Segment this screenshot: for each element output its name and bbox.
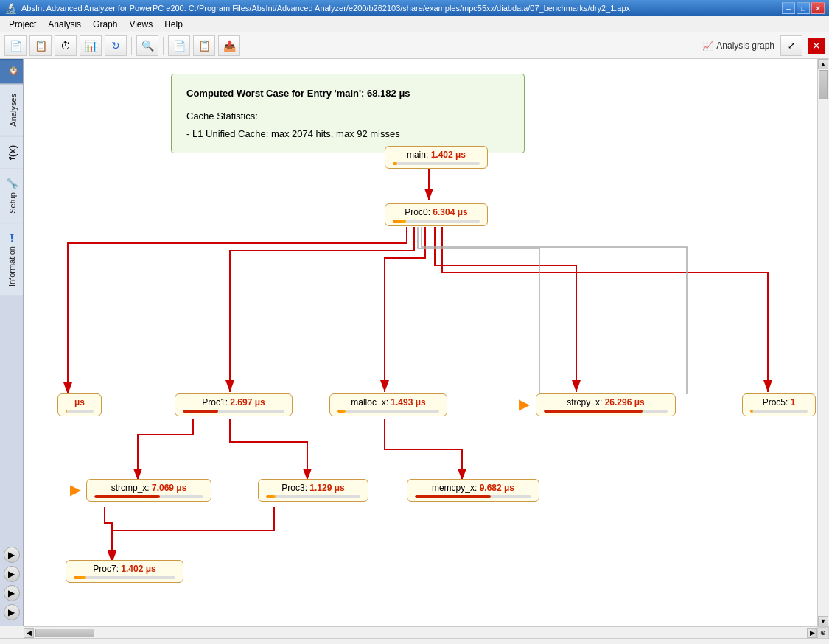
node-main-progress <box>393 162 480 165</box>
info-icon: ℹ <box>6 232 18 244</box>
menu-analysis[interactable]: Analysis <box>42 18 87 31</box>
close-button[interactable]: ✕ <box>811 2 825 14</box>
node-proc5[interactable]: Proc5: 1 <box>742 393 816 416</box>
node-malloc-fill <box>337 410 346 413</box>
node-malloc-progress <box>337 410 439 413</box>
node-memcpy-label: memcpy_x: <box>432 483 480 493</box>
node-proc1-label: Proc1: <box>202 397 230 407</box>
node-proc1[interactable]: Proc1: 2.697 μs <box>175 393 293 416</box>
h-scroll-thumb[interactable] <box>35 629 94 637</box>
main-layout: 🏠 Analyses f(x) Setup 🔧 Information ℹ ▶ … <box>0 59 829 626</box>
play-btn-4[interactable]: ▶ <box>4 604 20 620</box>
info-box: Computed Worst Case for Entry 'main': 68… <box>171 74 525 153</box>
sidebar-information[interactable]: Information ℹ <box>0 223 23 295</box>
title-bar-controls[interactable]: – □ ✕ <box>782 2 825 14</box>
node-main-label: main: <box>407 150 431 160</box>
node-memcpy-x[interactable]: memcpy_x: 9.682 μs <box>407 479 539 502</box>
node-proc3-fill <box>266 495 276 498</box>
node-malloc-label: malloc_x: <box>351 397 391 407</box>
node-leftmost-fill <box>66 410 67 413</box>
toolbar-refresh-btn[interactable]: ↻ <box>105 35 127 56</box>
node-strcpy-fill <box>544 410 643 413</box>
node-strcpy-x[interactable]: strcpy_x: 26.296 μs <box>536 393 676 416</box>
node-proc5-time: 1 <box>791 397 796 407</box>
node-memcpy-fill <box>415 495 491 498</box>
node-proc7[interactable]: Proc7: 1.402 μs <box>66 560 183 583</box>
node-strcpy-label: strcpy_x: <box>567 397 604 407</box>
node-leftmost[interactable]: μs <box>57 393 102 416</box>
title-bar: 🔬 AbsInt Advanced Analyzer for PowerPC e… <box>0 0 829 16</box>
title-bar-left: 🔬 AbsInt Advanced Analyzer for PowerPC e… <box>4 2 630 14</box>
minimize-button[interactable]: – <box>782 2 795 14</box>
toolbar-expand-btn[interactable]: ⤢ <box>780 35 802 56</box>
node-main[interactable]: main: 1.402 μs <box>385 146 488 169</box>
left-sidebar: 🏠 Analyses f(x) Setup 🔧 Information ℹ ▶ … <box>0 59 24 626</box>
node-leftmost-time: μs <box>74 397 85 407</box>
sidebar-fx[interactable]: f(x) <box>0 136 23 169</box>
toolbar-export-btn[interactable]: 📤 <box>218 35 240 56</box>
node-strcpy-progress <box>544 410 668 413</box>
toolbar-list-btn[interactable]: 📋 <box>29 35 52 56</box>
node-proc7-time: 1.402 μs <box>121 564 155 574</box>
menu-project[interactable]: Project <box>3 18 42 31</box>
sidebar-analyses[interactable]: Analyses <box>0 84 23 136</box>
node-strcmp-x[interactable]: strcmp_x: 7.069 μs <box>86 479 211 502</box>
node-proc0-fill <box>393 220 406 223</box>
node-proc7-fill <box>74 576 86 579</box>
sidebar-setup[interactable]: Setup 🔧 <box>0 169 23 223</box>
node-proc5-progress <box>750 410 808 413</box>
window-title: AbsInt Advanced Analyzer for PowerPC e20… <box>21 4 630 13</box>
node-proc0[interactable]: Proc0: 6.304 μs <box>385 203 488 226</box>
status-bar: ▶ ▲ Messages ▲ Memory Usage <box>0 638 829 644</box>
node-proc3[interactable]: Proc3: 1.129 μs <box>258 479 368 502</box>
scroll-down-btn[interactable]: ▼ <box>818 616 828 626</box>
node-proc0-progress <box>393 220 480 223</box>
menu-graph[interactable]: Graph <box>87 18 123 31</box>
vertical-scrollbar[interactable]: ▲ ▼ <box>817 59 829 626</box>
scroll-track <box>818 69 829 616</box>
toolbar: 📄 📋 ⏱ 📊 ↻ 🔍 📄 📋 📤 📈 Analysis graph ⤢ ✕ <box>0 32 829 59</box>
node-proc7-label: Proc7: <box>93 564 121 574</box>
node-proc3-label: Proc3: <box>281 483 309 493</box>
toolbar-clock-btn[interactable]: ⏱ <box>55 35 77 56</box>
scroll-up-btn[interactable]: ▲ <box>818 59 828 69</box>
toolbar-pie-btn[interactable]: 📊 <box>80 35 102 56</box>
node-proc0-label: Proc0: <box>405 207 433 217</box>
play-btn-3[interactable]: ▶ <box>4 585 20 601</box>
horizontal-scrollbar[interactable]: ◀ ▶ ⊕ <box>24 626 829 638</box>
scroll-left-btn[interactable]: ◀ <box>24 628 34 638</box>
home-tab[interactable]: 🏠 <box>0 59 23 84</box>
toolbar-copy-btn[interactable]: 📋 <box>193 35 215 56</box>
play-btn-1[interactable]: ▶ <box>4 547 20 563</box>
node-strcpy-time: 26.296 μs <box>605 397 645 407</box>
toolbar-search-btn[interactable]: 🔍 <box>136 35 158 56</box>
graph-canvas: Computed Worst Case for Entry 'main': 68… <box>24 59 817 612</box>
menu-views[interactable]: Views <box>123 18 158 31</box>
toolbar-doc-btn[interactable]: 📄 <box>4 35 27 56</box>
node-leftmost-progress <box>66 410 94 413</box>
scroll-thumb[interactable] <box>819 70 828 99</box>
node-malloc-time: 1.493 μs <box>391 397 425 407</box>
toolbar-sep-1 <box>131 37 132 55</box>
scroll-right-btn[interactable]: ▶ <box>807 628 817 638</box>
wrench-icon: 🔧 <box>7 178 18 190</box>
toolbar-close-btn[interactable]: ✕ <box>808 38 825 54</box>
menu-help[interactable]: Help <box>158 18 189 31</box>
play-btn-2[interactable]: ▶ <box>4 566 20 582</box>
node-proc1-fill <box>183 410 218 413</box>
app-icon: 🔬 <box>4 2 17 14</box>
toolbar-right: 📈 Analysis graph ⤢ ✕ <box>702 35 825 56</box>
node-proc3-time: 1.129 μs <box>309 483 344 493</box>
graph-scroll[interactable]: Computed Worst Case for Entry 'main': 68… <box>24 59 817 626</box>
node-strcmp-fill <box>94 495 160 498</box>
node-strcmp-label: strcmp_x: <box>111 483 152 493</box>
analysis-graph-label: 📈 Analysis graph <box>702 41 774 51</box>
graph-area[interactable]: Computed Worst Case for Entry 'main': 68… <box>24 59 817 626</box>
node-proc1-progress <box>183 410 284 413</box>
toolbar-new-btn[interactable]: 📄 <box>168 35 190 56</box>
node-memcpy-progress <box>415 495 531 498</box>
node-malloc-x[interactable]: malloc_x: 1.493 μs <box>329 393 447 416</box>
maximize-button[interactable]: □ <box>797 2 810 14</box>
info-line3: Cache Statistics: <box>186 108 509 125</box>
node-proc0-time: 6.304 μs <box>433 207 467 217</box>
